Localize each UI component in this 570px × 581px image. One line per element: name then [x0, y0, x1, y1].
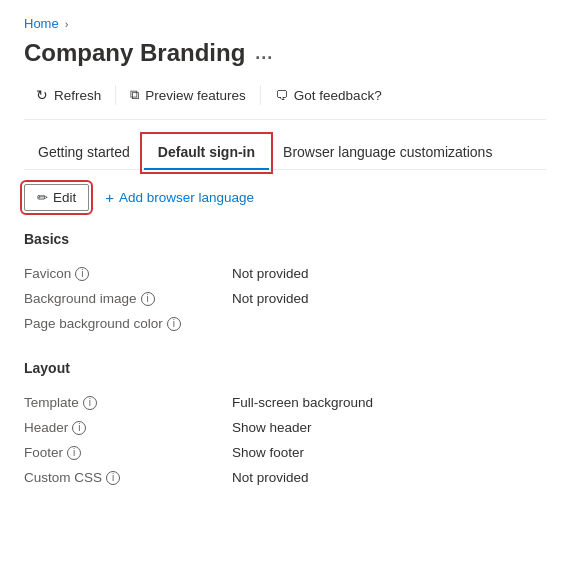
toolbar-separator-1: [115, 85, 116, 105]
property-value-header: Show header: [232, 420, 312, 435]
add-icon: [105, 189, 114, 206]
property-row-favicon: Favicon i Not provided: [24, 261, 546, 286]
basics-section-title: Basics: [24, 231, 546, 247]
page-title-more-options[interactable]: ...: [255, 43, 273, 64]
refresh-icon: [36, 87, 48, 103]
property-row-header: Header i Show header: [24, 415, 546, 440]
toolbar-separator-2: [260, 85, 261, 105]
property-label-template: Template i: [24, 395, 224, 410]
basics-properties: Favicon i Not provided Background image …: [24, 261, 546, 336]
page-title: Company Branding: [24, 39, 245, 67]
tab-default-sign-in[interactable]: Default sign-in: [144, 136, 269, 170]
action-bar: Edit Add browser language: [24, 184, 546, 211]
property-value-custom-css: Not provided: [232, 470, 309, 485]
breadcrumb-separator: ›: [65, 18, 69, 30]
tab-browser-language[interactable]: Browser language customizations: [269, 136, 506, 170]
property-row-footer: Footer i Show footer: [24, 440, 546, 465]
page-background-color-info-icon[interactable]: i: [167, 317, 181, 331]
property-label-header: Header i: [24, 420, 224, 435]
property-row-custom-css: Custom CSS i Not provided: [24, 465, 546, 490]
add-browser-label: Add browser language: [119, 190, 254, 205]
property-value-template: Full-screen background: [232, 395, 373, 410]
feedback-button[interactable]: Got feedback?: [263, 84, 394, 107]
preview-features-button[interactable]: Preview features: [118, 83, 258, 107]
footer-info-icon[interactable]: i: [67, 446, 81, 460]
layout-properties: Template i Full-screen background Header…: [24, 390, 546, 490]
edit-button[interactable]: Edit: [24, 184, 89, 211]
add-browser-language-button[interactable]: Add browser language: [95, 184, 264, 211]
header-info-icon[interactable]: i: [72, 421, 86, 435]
layout-section-title: Layout: [24, 360, 546, 376]
property-value-background-image: Not provided: [232, 291, 309, 306]
property-row-background-image: Background image i Not provided: [24, 286, 546, 311]
property-label-favicon: Favicon i: [24, 266, 224, 281]
property-value-favicon: Not provided: [232, 266, 309, 281]
breadcrumb: Home ›: [24, 16, 546, 31]
toolbar: Refresh Preview features Got feedback?: [24, 83, 546, 120]
custom-css-info-icon[interactable]: i: [106, 471, 120, 485]
page-title-container: Company Branding ...: [24, 39, 546, 67]
preview-label: Preview features: [145, 88, 246, 103]
background-image-info-icon[interactable]: i: [141, 292, 155, 306]
property-label-page-background-color: Page background color i: [24, 316, 224, 331]
property-label-footer: Footer i: [24, 445, 224, 460]
refresh-label: Refresh: [54, 88, 101, 103]
feedback-icon: [275, 88, 288, 103]
breadcrumb-home[interactable]: Home: [24, 16, 59, 31]
tab-getting-started[interactable]: Getting started: [24, 136, 144, 170]
favicon-info-icon[interactable]: i: [75, 267, 89, 281]
feedback-label: Got feedback?: [294, 88, 382, 103]
property-row-page-background-color: Page background color i: [24, 311, 546, 336]
preview-icon: [130, 87, 139, 103]
basics-section: Basics Favicon i Not provided Background…: [24, 231, 546, 336]
property-value-footer: Show footer: [232, 445, 304, 460]
template-info-icon[interactable]: i: [83, 396, 97, 410]
refresh-button[interactable]: Refresh: [24, 83, 113, 107]
edit-icon: [37, 190, 48, 205]
property-row-template: Template i Full-screen background: [24, 390, 546, 415]
edit-label: Edit: [53, 190, 76, 205]
layout-section: Layout Template i Full-screen background…: [24, 360, 546, 490]
tab-bar: Getting started Default sign-in Browser …: [24, 136, 546, 170]
property-label-custom-css: Custom CSS i: [24, 470, 224, 485]
property-label-background-image: Background image i: [24, 291, 224, 306]
